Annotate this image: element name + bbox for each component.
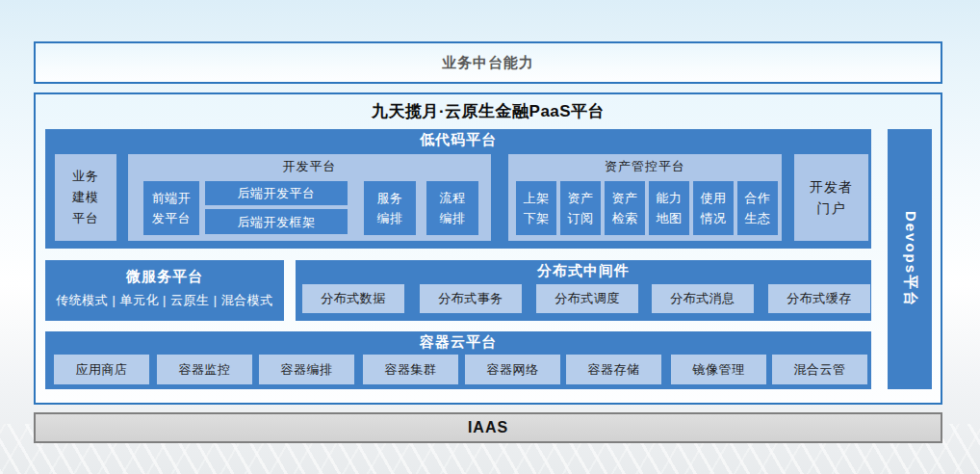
box-line: 下架 bbox=[524, 208, 550, 228]
box-line: 订阅 bbox=[568, 208, 594, 228]
lowcode-section: 低代码平台 业务 建模 平台 开发平台 前端开 发平台 后端开发平台 后端开发框… bbox=[45, 129, 871, 249]
frontend-dev-box: 前端开 发平台 bbox=[143, 181, 199, 235]
middleware-item-scheduling: 分布式调度 bbox=[536, 284, 638, 313]
dev-platform-label: 开发平台 bbox=[128, 158, 491, 175]
container-item-storage: 容器存储 bbox=[566, 355, 661, 384]
asset-item-subscription: 资产 订阅 bbox=[560, 181, 601, 235]
container-item-cluster: 容器集群 bbox=[363, 355, 458, 384]
box-line: 编排 bbox=[377, 208, 403, 228]
box-line: 流程 bbox=[440, 188, 466, 208]
lowcode-section-title: 低代码平台 bbox=[45, 131, 871, 149]
box-line: 合作 bbox=[745, 188, 771, 208]
box-line: 门户 bbox=[817, 198, 846, 219]
middleware-section-title: 分布式中间件 bbox=[296, 262, 871, 280]
middleware-item-transaction: 分布式事务 bbox=[420, 284, 522, 313]
container-item-network: 容器网络 bbox=[465, 355, 560, 384]
microservice-modes: 传统模式 | 单元化 | 云原生 | 混合模式 bbox=[45, 292, 284, 309]
business-capability-label: 业务中台能力 bbox=[442, 54, 534, 72]
middleware-section: 分布式中间件 分布式数据 分布式事务 分布式调度 分布式消息 分布式缓存 bbox=[296, 260, 871, 321]
box-line: 检索 bbox=[612, 208, 638, 228]
microservice-section-title: 微服务平台 bbox=[45, 268, 284, 286]
dev-platform-group: 开发平台 前端开 发平台 后端开发平台 后端开发框架 服务 编排 流程 编排 bbox=[128, 154, 491, 241]
box-line: 编排 bbox=[440, 208, 466, 228]
architecture-diagram: 业务中台能力 九天揽月·云原生金融PaaS平台 低代码平台 业务 建模 平台 开… bbox=[0, 0, 980, 474]
box-line: 上架 bbox=[524, 188, 550, 208]
microservice-section: 微服务平台 传统模式 | 单元化 | 云原生 | 混合模式 bbox=[45, 260, 284, 321]
box-line: 资产 bbox=[612, 188, 638, 208]
asset-item-search: 资产 检索 bbox=[605, 181, 645, 235]
box-line: 生态 bbox=[745, 208, 771, 228]
asset-control-group: 资产管控平台 上架 下架 资产 订阅 资产 检索 能力 地图 bbox=[508, 154, 782, 241]
business-modeling-box: 业务 建模 平台 bbox=[55, 154, 116, 241]
box-line: 前端开 bbox=[152, 188, 192, 208]
container-item-monitoring: 容器监控 bbox=[157, 355, 252, 384]
box-line: 地图 bbox=[657, 208, 683, 228]
box-line: 使用 bbox=[701, 188, 727, 208]
box-line: 平台 bbox=[72, 208, 99, 229]
container-item-hybrid-cloud: 混合云管 bbox=[772, 355, 867, 384]
box-line: 资产 bbox=[568, 188, 594, 208]
container-item-image-mgmt: 镜像管理 bbox=[671, 355, 766, 384]
container-cloud-section: 容器云平台 应用商店 容器监控 容器编排 容器集群 容器网络 容器存储 镜像管理… bbox=[45, 331, 871, 389]
container-item-app-store: 应用商店 bbox=[54, 355, 149, 384]
asset-item-ecosystem: 合作 生态 bbox=[737, 181, 778, 235]
backend-dev-framework-box: 后端开发框架 bbox=[205, 209, 348, 234]
container-item-orchestration: 容器编排 bbox=[259, 355, 354, 384]
service-orchestration-box: 服务 编排 bbox=[364, 181, 416, 235]
middleware-item-cache: 分布式缓存 bbox=[768, 284, 870, 313]
business-capability-banner: 业务中台能力 bbox=[34, 41, 942, 84]
box-line: 能力 bbox=[657, 188, 683, 208]
asset-item-shelf: 上架 下架 bbox=[516, 181, 556, 235]
process-orchestration-box: 流程 编排 bbox=[426, 181, 478, 235]
backend-dev-platform-box: 后端开发平台 bbox=[205, 181, 348, 205]
asset-control-label: 资产管控平台 bbox=[508, 158, 782, 175]
box-line: 建模 bbox=[72, 187, 99, 208]
paas-platform-panel: 九天揽月·云原生金融PaaS平台 低代码平台 业务 建模 平台 开发平台 前端开… bbox=[34, 92, 942, 405]
container-cloud-section-title: 容器云平台 bbox=[45, 333, 871, 352]
developer-portal-box: 开发者 门户 bbox=[794, 154, 868, 241]
platform-title: 九天揽月·云原生金融PaaS平台 bbox=[36, 100, 941, 122]
asset-item-capability-map: 能力 地图 bbox=[649, 181, 689, 235]
box-line: 业务 bbox=[72, 166, 99, 187]
iaas-label: IAAS bbox=[468, 419, 508, 436]
box-line: 情况 bbox=[701, 208, 727, 228]
box-line: 发平台 bbox=[152, 208, 192, 228]
devops-bar: Devops平台 bbox=[888, 129, 932, 389]
devops-label: Devops平台 bbox=[901, 211, 919, 307]
box-line: 开发者 bbox=[810, 176, 853, 198]
asset-item-usage: 使用 情况 bbox=[693, 181, 734, 235]
box-line: 服务 bbox=[377, 188, 403, 208]
iaas-bar: IAAS bbox=[34, 412, 942, 443]
middleware-item-data: 分布式数据 bbox=[302, 284, 404, 313]
middleware-item-message: 分布式消息 bbox=[652, 284, 754, 313]
